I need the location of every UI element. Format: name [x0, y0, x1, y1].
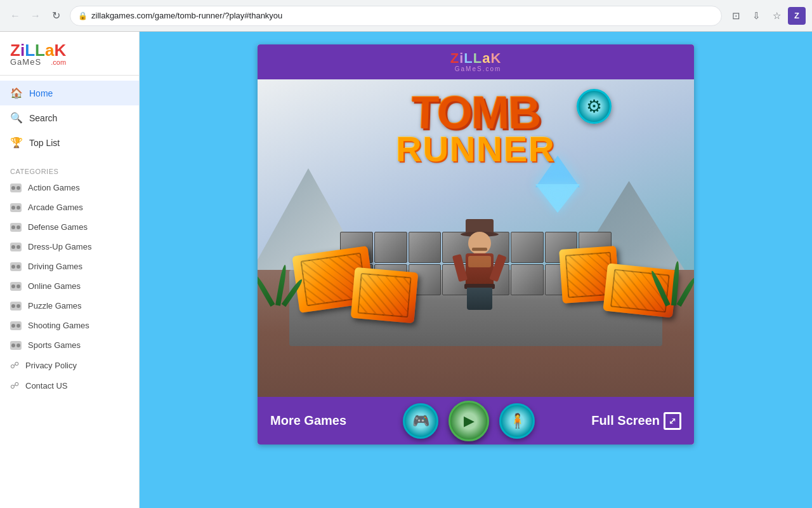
gamepad-icon-2	[10, 203, 22, 212]
home-icon: 🏠	[10, 87, 23, 99]
sidebar-item-search-label: Search	[29, 113, 57, 123]
link-icon-contact: ☍	[10, 380, 19, 391]
shooting-games-label: Shooting Games	[28, 321, 89, 330]
sidebar-item-top-list[interactable]: 🏆 Top List	[0, 130, 139, 155]
sidebar-logo: ZiLLaK GaMeS .com	[0, 32, 139, 76]
dress-up-games-label: Dress-Up Games	[28, 242, 91, 251]
game-logo-area: ZiLLaK GaMeS.com	[450, 51, 502, 72]
link-icon-privacy: ☍	[10, 360, 19, 370]
logo-text: ZiLLaK	[10, 42, 66, 58]
content-area: ZiLLaK GaMeS.com	[140, 32, 812, 508]
puzzle-games-label: Puzzle Games	[28, 301, 82, 311]
nav-buttons: ← → ↻	[6, 7, 65, 25]
sports-games-label: Sports Games	[28, 340, 81, 350]
forward-button[interactable]: →	[27, 7, 44, 25]
settings-gear-icon[interactable]: ⚙	[577, 89, 612, 124]
url-text: zillakgames.com/game/tomb-runner/?play#t…	[91, 11, 714, 20]
sidebar-nav: 🏠 Home 🔍 Search 🏆 Top List	[0, 76, 139, 160]
refresh-button[interactable]: ↻	[47, 7, 65, 25]
gamepad-icon-9	[10, 341, 22, 350]
gamepad-icon-5	[10, 262, 22, 271]
footer-links: ☍ Privacy Policy ☍ Contact US	[0, 355, 139, 396]
gold-block-2	[351, 267, 419, 323]
sidebar-item-defense-games[interactable]: Defense Games	[0, 217, 139, 237]
logo-box: ZiLLaK GaMeS .com	[10, 42, 66, 67]
char-torso	[466, 253, 494, 285]
driving-games-label: Driving Games	[28, 262, 82, 271]
gll2: L	[473, 50, 482, 66]
game-title-tomb: TOMB	[410, 93, 541, 134]
arcade-games-label: Arcade Games	[28, 203, 83, 212]
fullscreen-label: Full Screen	[591, 413, 660, 428]
logo-k: K	[54, 41, 66, 60]
categories-label: Categories	[0, 160, 139, 178]
gamepad-icon-3	[10, 223, 22, 232]
gamepad-icon-8	[10, 321, 22, 330]
action-games-label: Action Games	[28, 183, 80, 192]
browser-chrome: ← → ↻ 🔒 zillakgames.com/game/tomb-runner…	[0, 0, 812, 32]
categories-list: Action Games Arcade Games Defense Games …	[0, 178, 139, 355]
sidebar-item-puzzle-games[interactable]: Puzzle Games	[0, 296, 139, 316]
gamepad-icon-6	[10, 282, 22, 291]
logo-a: a	[45, 41, 54, 60]
download-button[interactable]: ⇩	[747, 7, 765, 25]
sidebar-item-contact-us[interactable]: ☍ Contact US	[0, 375, 139, 396]
char-legs	[467, 288, 492, 310]
sidebar-item-sports-games[interactable]: Sports Games	[0, 335, 139, 355]
logo-com: .com	[51, 58, 66, 66]
cast-button[interactable]: ⊡	[727, 7, 745, 25]
gla: a	[482, 50, 490, 66]
sidebar-item-arcade-games[interactable]: Arcade Games	[0, 197, 139, 217]
sidebar-item-shooting-games[interactable]: Shooting Games	[0, 316, 139, 335]
game-viewport: ⚙ TOMB RUNNER	[258, 79, 694, 397]
stone-tile	[511, 264, 544, 295]
fullscreen-button[interactable]: Full Screen ⤢	[591, 412, 681, 430]
bookmark-button[interactable]: ☆	[768, 7, 785, 25]
sidebar-item-home[interactable]: 🏠 Home	[0, 81, 139, 105]
plant-right	[665, 261, 681, 308]
game-container: ZiLLaK GaMeS.com	[258, 44, 694, 444]
contact-us-label: Contact US	[25, 381, 67, 391]
lock-icon: 🔒	[78, 11, 88, 20]
back-button[interactable]: ←	[6, 7, 24, 25]
stone-tile	[409, 232, 442, 263]
play-button[interactable]: ▶	[449, 401, 489, 441]
gll1: L	[464, 50, 473, 66]
game-controls-bar: More Games 🎮 ▶ 🧍 Full Screen ⤢	[258, 397, 694, 444]
stone-tile	[374, 232, 407, 263]
toolbar-icons: ⊡ ⇩ ☆ Z	[727, 7, 806, 25]
search-icon: 🔍	[10, 112, 23, 124]
address-bar[interactable]: 🔒 zillakgames.com/game/tomb-runner/?play…	[70, 6, 722, 26]
extension-button[interactable]: Z	[788, 7, 806, 25]
logo-games: GaMeS	[10, 57, 41, 67]
sidebar-item-online-games[interactable]: Online Games	[0, 276, 139, 296]
main-layout: ZiLLaK GaMeS .com 🏠 Home 🔍 Search 🏆 Top …	[0, 32, 812, 508]
sidebar-item-dress-up-games[interactable]: Dress-Up Games	[0, 237, 139, 257]
glk: K	[490, 50, 501, 66]
gamepad-button[interactable]: 🎮	[403, 403, 438, 439]
character	[461, 232, 499, 308]
game-title-area: TOMB RUNNER	[396, 92, 556, 165]
game-buttons-center: 🎮 ▶ 🧍	[403, 401, 535, 441]
sidebar: ZiLLaK GaMeS .com 🏠 Home 🔍 Search 🏆 Top …	[0, 32, 140, 508]
person-button[interactable]: 🧍	[499, 403, 535, 439]
online-games-label: Online Games	[28, 281, 81, 291]
char-body	[461, 232, 499, 308]
sidebar-item-search[interactable]: 🔍 Search	[0, 105, 139, 130]
game-logo-sub: GaMeS.com	[450, 65, 502, 72]
gamepad-icon-4	[10, 243, 22, 251]
glz: Z	[450, 50, 459, 66]
gamepad-icon-7	[10, 302, 22, 311]
more-games-button[interactable]: More Games	[270, 413, 346, 428]
fullscreen-icon: ⤢	[664, 412, 681, 430]
defense-games-label: Defense Games	[28, 222, 88, 232]
gamepad-icon	[10, 184, 22, 192]
trophy-icon: 🏆	[10, 137, 23, 149]
game-logo-zillak: ZiLLaK	[450, 51, 502, 65]
sidebar-item-driving-games[interactable]: Driving Games	[0, 257, 139, 276]
sidebar-item-privacy-policy[interactable]: ☍ Privacy Policy	[0, 355, 139, 375]
char-head	[468, 232, 491, 255]
stone-tile	[511, 232, 544, 263]
sidebar-item-action-games[interactable]: Action Games	[0, 178, 139, 197]
game-header: ZiLLaK GaMeS.com	[258, 44, 694, 79]
